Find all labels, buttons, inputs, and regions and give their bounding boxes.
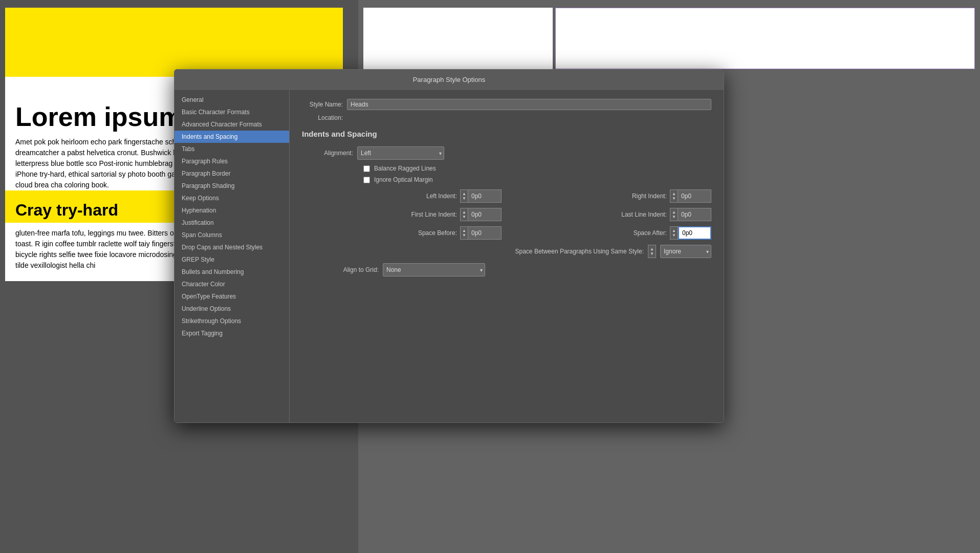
sidebar-item-character-color[interactable]: Character Color <box>175 278 289 290</box>
dialog-body: General Basic Character Formats Advanced… <box>175 90 724 422</box>
sidebar-item-basic-char[interactable]: Basic Character Formats <box>175 106 289 118</box>
ignore-optical-row: Ignore Optical Margin <box>363 176 711 183</box>
last-line-label: Last Line Indent: <box>621 211 667 218</box>
last-line-spinner-btn[interactable]: ▲▼ <box>670 208 678 221</box>
ignore-optical-label: Ignore Optical Margin <box>374 176 433 183</box>
align-grid-select-wrapper: None All Lines First Line Only <box>383 263 485 276</box>
first-line-spinner: ▲▼ <box>460 208 502 221</box>
balance-ragged-row: Balance Ragged Lines <box>363 165 711 172</box>
left-indent-spinner-btn[interactable]: ▲▼ <box>460 189 468 203</box>
first-line-group: First Line Indent: ▲▼ <box>302 208 502 221</box>
space-after-group: Space After: ▲▼ <box>512 226 711 240</box>
first-line-label: First Line Indent: <box>411 211 457 218</box>
space-between-select[interactable]: Ignore 0p0 <box>660 245 711 258</box>
alignment-select[interactable]: Left Center Right Justify Justify Last L… <box>357 146 444 160</box>
sidebar-item-hyphenation[interactable]: Hyphenation <box>175 204 289 217</box>
sidebar-item-bullets-numbering[interactable]: Bullets and Numbering <box>175 266 289 278</box>
align-grid-label: Align to Grid: <box>333 266 379 273</box>
last-line-spinner: ▲▼ <box>670 208 711 221</box>
sidebar: General Basic Character Formats Advanced… <box>175 90 290 422</box>
sidebar-item-paragraph-border[interactable]: Paragraph Border <box>175 167 289 180</box>
left-indent-input[interactable] <box>468 189 502 203</box>
sidebar-item-paragraph-shading[interactable]: Paragraph Shading <box>175 180 289 192</box>
right-indent-spinner: ▲▼ <box>670 189 711 203</box>
sidebar-item-indents-spacing[interactable]: Indents and Spacing <box>175 131 289 143</box>
style-name-row: Style Name: <box>302 99 711 110</box>
sidebar-item-keep-options[interactable]: Keep Options <box>175 192 289 204</box>
space-after-label: Space After: <box>634 229 667 237</box>
space-before-label: Space Before: <box>418 229 457 237</box>
paragraph-style-dialog: Paragraph Style Options General Basic Ch… <box>174 69 724 423</box>
sidebar-item-grep-style[interactable]: GREP Style <box>175 253 289 266</box>
space-before-group: Space Before: ▲▼ <box>302 226 502 240</box>
sidebar-item-drop-caps[interactable]: Drop Caps and Nested Styles <box>175 241 289 253</box>
sidebar-item-span-columns[interactable]: Span Columns <box>175 229 289 241</box>
last-line-group: Last Line Indent: ▲▼ <box>512 208 711 221</box>
sidebar-item-general[interactable]: General <box>175 94 289 106</box>
last-line-input[interactable] <box>678 208 711 221</box>
location-label: Location: <box>302 114 343 121</box>
right-indent-spinner-btn[interactable]: ▲▼ <box>670 189 678 203</box>
sidebar-item-tabs[interactable]: Tabs <box>175 143 289 155</box>
left-indent-label: Left Indent: <box>426 193 457 200</box>
align-grid-select[interactable]: None All Lines First Line Only <box>383 263 485 276</box>
space-after-input[interactable] <box>678 226 711 240</box>
space-after-spinner-btn[interactable]: ▲▼ <box>670 226 678 240</box>
location-row: Location: <box>302 114 711 121</box>
purple-outline-panel <box>555 8 975 69</box>
space-after-spinner: ▲▼ <box>670 226 711 240</box>
space-between-select-wrapper: Ignore 0p0 <box>660 245 711 258</box>
right-indent-group: Right Indent: ▲▼ <box>512 189 711 203</box>
left-indent-spinner: ▲▼ <box>460 189 502 203</box>
style-name-label: Style Name: <box>302 101 343 108</box>
indent-grid: Left Indent: ▲▼ Right Indent: ▲▼ <box>302 189 711 240</box>
sidebar-item-paragraph-rules[interactable]: Paragraph Rules <box>175 155 289 167</box>
section-title: Indents and Spacing <box>302 130 711 138</box>
main-content: Style Name: Location: Indents and Spacin… <box>290 90 724 422</box>
alignment-select-wrapper: Left Center Right Justify Justify Last L… <box>357 146 444 160</box>
space-between-label: Space Between Paragraphs Using Same Styl… <box>515 248 644 255</box>
sidebar-item-justification[interactable]: Justification <box>175 217 289 229</box>
first-line-input[interactable] <box>468 208 502 221</box>
right-indent-input[interactable] <box>678 189 711 203</box>
dialog-title: Paragraph Style Options <box>413 76 486 83</box>
right-indent-label: Right Indent: <box>632 193 667 200</box>
align-grid-row: Align to Grid: None All Lines First Line… <box>333 263 711 276</box>
yellow-band <box>5 8 343 77</box>
sidebar-item-advanced-char[interactable]: Advanced Character Formats <box>175 118 289 131</box>
space-between-row: Space Between Paragraphs Using Same Styl… <box>302 245 711 258</box>
style-name-input[interactable] <box>347 99 711 110</box>
space-before-input[interactable] <box>468 226 502 240</box>
left-indent-group: Left Indent: ▲▼ <box>302 189 502 203</box>
ignore-optical-checkbox[interactable] <box>363 177 370 183</box>
sidebar-item-underline[interactable]: Underline Options <box>175 303 289 315</box>
balance-ragged-label: Balance Ragged Lines <box>374 165 436 172</box>
first-line-spinner-btn[interactable]: ▲▼ <box>460 208 468 221</box>
sidebar-item-strikethrough[interactable]: Strikethrough Options <box>175 315 289 327</box>
sidebar-item-export-tagging[interactable]: Export Tagging <box>175 327 289 339</box>
alignment-row: Alignment: Left Center Right Justify Jus… <box>302 146 711 160</box>
balance-ragged-checkbox[interactable] <box>363 165 370 172</box>
sidebar-item-opentype[interactable]: OpenType Features <box>175 290 289 303</box>
white-panel-left <box>363 8 553 69</box>
alignment-label: Alignment: <box>302 150 353 157</box>
space-before-spinner: ▲▼ <box>460 226 502 240</box>
dialog-titlebar: Paragraph Style Options <box>175 70 724 90</box>
space-before-spinner-btn[interactable]: ▲▼ <box>460 226 468 240</box>
space-between-spinner-btn[interactable]: ▲▼ <box>648 245 656 258</box>
space-between-spinner: ▲▼ <box>648 245 656 258</box>
